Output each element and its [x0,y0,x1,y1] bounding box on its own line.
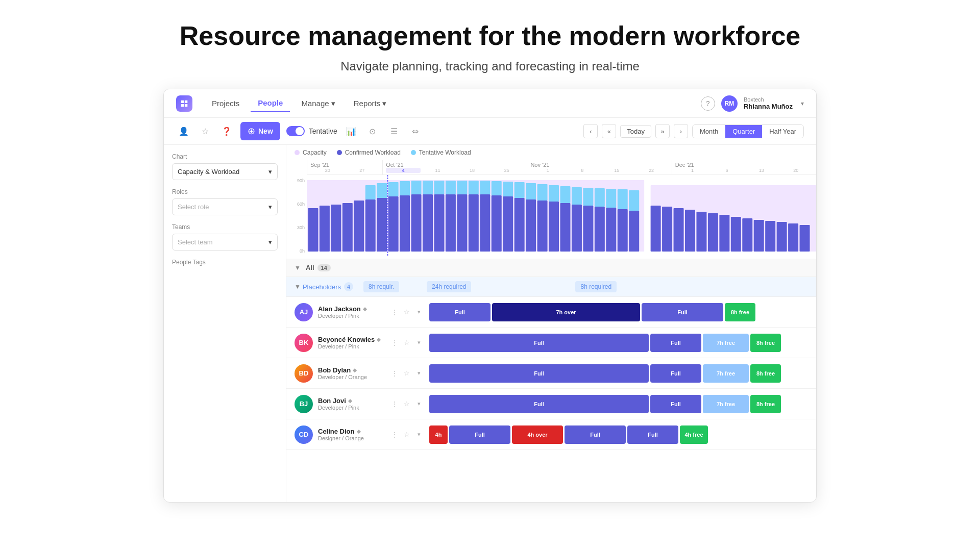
bars-bob: Full Full 7h free 8h free [429,364,808,383]
svg-rect-16 [469,194,479,252]
more-bon[interactable]: ⋮ [389,399,400,409]
new-button[interactable]: ⊕ New [240,122,280,140]
user-info: Boxtech Rhianna Muñoz [744,96,793,110]
placeholders-label: Placeholders 4 [303,282,353,291]
nav-manage[interactable]: Manage ▾ [294,95,342,112]
main-content: Chart Capacity & Workload ▾ Roles Select… [164,145,816,502]
tentative-toggle[interactable]: Tentative [286,126,337,136]
bar-celine-4: Full [565,425,626,444]
svg-rect-13 [434,194,445,252]
chevron-bob[interactable]: ▾ [414,368,424,379]
help-toolbar-icon[interactable]: ❓ [219,123,234,139]
svg-rect-9 [388,196,399,252]
role-beyonce: Developer / Pink [318,343,384,349]
svg-rect-60 [708,213,718,252]
bar-bon-2: Full [650,395,701,413]
chevron-alan[interactable]: ▾ [414,307,424,317]
chart-select-value: Capacity & Workload [178,168,239,176]
role-alan: Developer / Pink [318,313,384,319]
period-half-year[interactable]: Half Year [762,125,803,138]
chart-select[interactable]: Capacity & Workload ▾ [172,163,278,180]
svg-rect-54 [629,190,639,211]
month-nov: Nov '21 1 8 15 22 [527,160,671,174]
chevron-celine[interactable]: ▾ [414,430,424,440]
chevron-bon[interactable]: ▾ [414,399,424,409]
svg-rect-21 [526,199,536,252]
collapse-all-icon[interactable]: ▼ [295,264,301,271]
more-celine[interactable]: ⋮ [389,430,400,440]
nav-projects[interactable]: Projects [205,95,247,112]
nav-people[interactable]: People [251,94,290,112]
name-beyonce: Beyoncé Knowles ◆ [318,336,384,343]
actions-bon: ⋮ ☆ ▾ [389,399,424,409]
period-quarter[interactable]: Quarter [725,125,762,138]
toggle-knob [296,127,304,135]
name-alan: Alan Jackson ◆ [318,305,384,313]
avatar-bob: BD [295,364,313,383]
all-count: 14 [317,264,331,271]
star-celine[interactable]: ☆ [402,430,412,440]
content-area: Capacity Confirmed Workload Tentative Wo… [286,145,816,502]
svg-rect-48 [560,186,571,203]
user-avatar[interactable]: RM [721,95,738,112]
star-beyonce[interactable]: ☆ [402,338,412,348]
date-18: 18 [455,168,489,173]
star-toolbar-icon[interactable]: ☆ [198,123,213,139]
svg-rect-33 [388,182,399,196]
teams-select[interactable]: Select team ▾ [172,234,278,251]
svg-rect-29 [618,209,628,252]
toolbar: 👤 ☆ ❓ ⊕ New Tentative 📊 ⊙ ☰ ⇔ ‹ « Today … [164,118,816,145]
tentative-label: Tentative [309,127,337,135]
next-period-btn[interactable]: › [674,124,688,138]
date-nov-15: 15 [600,168,634,173]
star-bon[interactable]: ☆ [402,399,412,409]
y-60: 60h [288,202,305,207]
more-bob[interactable]: ⋮ [389,368,400,379]
ph-bar-3: 8h required [575,281,617,292]
app-logo[interactable] [176,95,192,112]
toggle-switch[interactable] [286,126,305,136]
nav-reports[interactable]: Reports ▾ [347,95,394,112]
help-button[interactable]: ? [701,96,715,111]
period-month[interactable]: Month [693,125,725,138]
prev-period-fast-btn[interactable]: « [602,124,616,138]
svg-rect-23 [549,202,559,252]
star-alan[interactable]: ☆ [402,307,412,317]
chevron-beyonce[interactable]: ▾ [414,338,424,348]
svg-rect-67 [788,223,798,252]
toggle-view-icon[interactable]: ⊙ [365,123,380,139]
legend-confirmed-label: Confirmed Workload [345,149,401,156]
roles-select[interactable]: Select role ▾ [172,198,278,215]
name-bon: Bon Jovi ◆ [318,397,384,405]
person-icon[interactable]: 👤 [176,123,191,139]
roles-placeholder: Select role [178,203,209,211]
oct-dates: 4 11 18 25 [386,168,524,173]
svg-rect-11 [411,194,422,252]
bob-tag: ◆ [353,367,357,373]
svg-rect-18 [492,195,502,252]
user-menu-chevron[interactable]: ▾ [801,100,804,107]
list-view-icon[interactable]: ☰ [386,123,402,139]
more-alan[interactable]: ⋮ [389,307,400,317]
bar-bon-3: 7h free [703,395,749,413]
more-beyonce[interactable]: ⋮ [389,338,400,348]
collapse-placeholders-icon[interactable]: ▼ [295,283,301,290]
person-row-celine: CD Celine Dion ◆ Designer / Orange ⋮ ☆ ▾ [286,419,816,450]
prev-period-btn[interactable]: ‹ [583,124,598,138]
star-bob[interactable]: ☆ [402,368,412,379]
svg-rect-49 [572,187,582,205]
svg-rect-58 [685,210,695,252]
y-30: 30h [288,225,305,230]
bar-celine-6: 4h free [680,425,708,444]
bar-bob-3: 7h free [703,364,749,383]
date-4-today: 4 [386,168,421,173]
placeholder-bars: 8h requir. 24h required 8h required [363,281,808,292]
today-button[interactable]: Today [620,125,651,138]
expand-icon[interactable]: ⇔ [408,123,423,139]
bar-chart-icon[interactable]: 📊 [344,123,359,139]
svg-rect-50 [583,188,593,206]
svg-rect-41 [480,181,490,194]
bar-bon-1: Full [429,395,649,413]
bars-bon: Full Full 7h free 8h free [429,395,808,413]
next-period-fast-btn[interactable]: » [655,124,670,138]
